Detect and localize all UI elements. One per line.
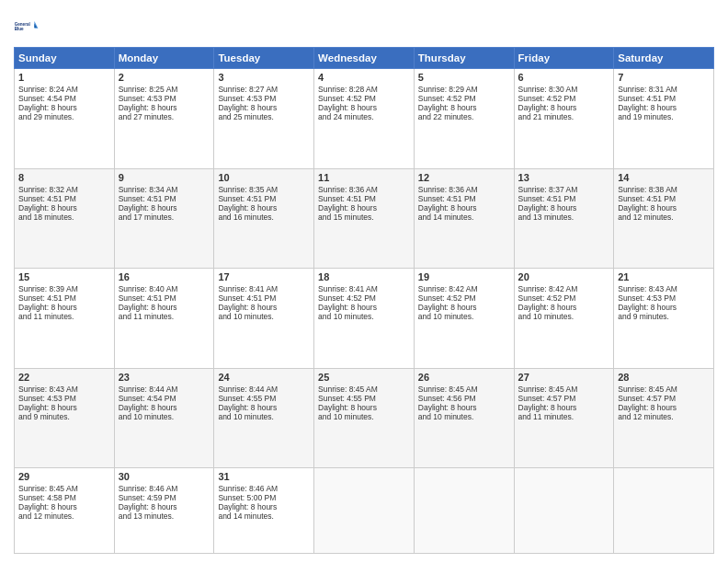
day-number: 26 — [418, 372, 510, 383]
calendar-cell: 4Sunrise: 8:28 AMSunset: 4:52 PMDaylight… — [314, 69, 415, 169]
calendar-cell: 23Sunrise: 8:44 AMSunset: 4:54 PMDayligh… — [114, 368, 214, 468]
day-info-line: Sunset: 4:51 PM — [18, 194, 110, 203]
day-info-line: and 12 minutes. — [18, 511, 110, 521]
day-info-line: Sunset: 4:51 PM — [119, 194, 210, 203]
day-info-line: Sunrise: 8:36 AM — [418, 185, 510, 194]
day-info-line: and 10 minutes. — [318, 312, 410, 321]
calendar-cell: 2Sunrise: 8:25 AMSunset: 4:53 PMDaylight… — [114, 69, 214, 169]
day-info-line: Sunrise: 8:45 AM — [418, 385, 510, 394]
header: GeneralBlue — [14, 14, 714, 40]
day-info-line: Daylight: 8 hours — [119, 303, 210, 312]
day-number: 11 — [318, 172, 410, 183]
day-info-line: Sunrise: 8:40 AM — [119, 284, 210, 293]
day-number: 7 — [618, 72, 710, 83]
day-info-line: Daylight: 8 hours — [418, 403, 510, 412]
day-info-line: Sunrise: 8:43 AM — [18, 385, 110, 394]
day-info-line: Daylight: 8 hours — [18, 502, 110, 511]
day-info-line: Daylight: 8 hours — [618, 303, 710, 312]
day-info-line: and 12 minutes. — [618, 213, 710, 222]
day-info-line: Sunset: 4:51 PM — [418, 194, 510, 203]
day-info-line: Sunrise: 8:44 AM — [119, 385, 210, 394]
weekday-header: Monday — [114, 48, 214, 69]
day-info-line: and 13 minutes. — [518, 213, 610, 222]
day-info-line: Sunset: 4:52 PM — [418, 293, 510, 303]
day-number: 19 — [418, 271, 510, 282]
day-info-line: Sunrise: 8:31 AM — [618, 85, 710, 94]
day-info-line: Sunset: 4:51 PM — [318, 194, 410, 203]
day-info-line: and 29 minutes. — [18, 112, 110, 121]
day-info-line: Sunset: 4:53 PM — [119, 94, 210, 103]
day-info-line: Sunset: 5:00 PM — [218, 493, 310, 502]
day-info-line: and 10 minutes. — [119, 412, 210, 421]
day-number: 16 — [119, 271, 210, 282]
calendar-cell: 13Sunrise: 8:37 AMSunset: 4:51 PMDayligh… — [514, 168, 614, 269]
day-number: 30 — [119, 471, 210, 482]
day-number: 31 — [218, 471, 310, 482]
weekday-header: Wednesday — [314, 48, 415, 69]
day-info-line: and 11 minutes. — [119, 312, 210, 321]
calendar-cell — [414, 468, 514, 554]
day-info-line: Daylight: 8 hours — [218, 502, 310, 511]
day-info-line: Sunrise: 8:32 AM — [18, 185, 110, 194]
day-info-line: Sunrise: 8:45 AM — [18, 484, 110, 493]
day-info-line: and 21 minutes. — [518, 112, 610, 121]
svg-text:General: General — [15, 22, 30, 27]
day-number: 17 — [218, 271, 310, 282]
day-number: 14 — [618, 172, 710, 183]
day-info-line: Sunset: 4:59 PM — [119, 493, 210, 502]
day-info-line: Daylight: 8 hours — [418, 303, 510, 312]
day-info-line: and 12 minutes. — [618, 412, 710, 421]
day-number: 27 — [518, 372, 610, 383]
day-info-line: Daylight: 8 hours — [518, 303, 610, 312]
day-info-line: Sunset: 4:52 PM — [318, 94, 410, 103]
calendar-cell: 20Sunrise: 8:42 AMSunset: 4:52 PMDayligh… — [514, 269, 614, 369]
day-info-line: Daylight: 8 hours — [218, 403, 310, 412]
logo-icon: GeneralBlue — [14, 14, 40, 40]
day-number: 4 — [318, 72, 410, 83]
day-number: 1 — [18, 72, 110, 83]
day-info-line: Sunrise: 8:35 AM — [218, 185, 310, 194]
calendar-cell: 9Sunrise: 8:34 AMSunset: 4:51 PMDaylight… — [114, 168, 214, 269]
day-info-line: Daylight: 8 hours — [518, 103, 610, 112]
day-number: 28 — [618, 372, 710, 383]
calendar-cell: 14Sunrise: 8:38 AMSunset: 4:51 PMDayligh… — [614, 168, 714, 269]
day-info-line: and 22 minutes. — [418, 112, 510, 121]
calendar-cell: 21Sunrise: 8:43 AMSunset: 4:53 PMDayligh… — [614, 269, 714, 369]
day-info-line: Sunset: 4:51 PM — [618, 94, 710, 103]
calendar-cell: 3Sunrise: 8:27 AMSunset: 4:53 PMDaylight… — [214, 69, 314, 169]
day-info-line: Sunrise: 8:44 AM — [218, 385, 310, 394]
day-number: 3 — [218, 72, 310, 83]
day-info-line: Daylight: 8 hours — [618, 403, 710, 412]
day-info-line: Sunrise: 8:38 AM — [618, 185, 710, 194]
day-info-line: Daylight: 8 hours — [18, 103, 110, 112]
day-info-line: Sunset: 4:55 PM — [318, 394, 410, 403]
calendar-cell: 1Sunrise: 8:24 AMSunset: 4:54 PMDaylight… — [15, 69, 115, 169]
day-info-line: Daylight: 8 hours — [518, 403, 610, 412]
day-info-line: Sunset: 4:51 PM — [518, 194, 610, 203]
day-info-line: Daylight: 8 hours — [119, 103, 210, 112]
day-info-line: and 13 minutes. — [119, 511, 210, 521]
day-info-line: Daylight: 8 hours — [218, 103, 310, 112]
day-info-line: Daylight: 8 hours — [418, 103, 510, 112]
day-number: 13 — [518, 172, 610, 183]
day-info-line: and 11 minutes. — [518, 412, 610, 421]
calendar-cell: 17Sunrise: 8:41 AMSunset: 4:51 PMDayligh… — [214, 269, 314, 369]
day-info-line: Sunset: 4:51 PM — [618, 194, 710, 203]
day-info-line: Sunrise: 8:42 AM — [518, 284, 610, 293]
day-number: 12 — [418, 172, 510, 183]
day-info-line: Sunrise: 8:41 AM — [318, 284, 410, 293]
day-info-line: Daylight: 8 hours — [318, 303, 410, 312]
day-info-line: Sunset: 4:51 PM — [18, 293, 110, 303]
calendar-cell: 12Sunrise: 8:36 AMSunset: 4:51 PMDayligh… — [414, 168, 514, 269]
day-number: 24 — [218, 372, 310, 383]
day-info-line: and 10 minutes. — [518, 312, 610, 321]
day-info-line: Daylight: 8 hours — [218, 203, 310, 213]
day-info-line: Sunrise: 8:43 AM — [618, 284, 710, 293]
calendar-table: SundayMondayTuesdayWednesdayThursdayFrid… — [14, 47, 714, 554]
calendar-cell: 18Sunrise: 8:41 AMSunset: 4:52 PMDayligh… — [314, 269, 415, 369]
day-info-line: and 27 minutes. — [119, 112, 210, 121]
calendar-cell: 24Sunrise: 8:44 AMSunset: 4:55 PMDayligh… — [214, 368, 314, 468]
weekday-header: Thursday — [414, 48, 514, 69]
calendar-cell — [514, 468, 614, 554]
day-number: 6 — [518, 72, 610, 83]
